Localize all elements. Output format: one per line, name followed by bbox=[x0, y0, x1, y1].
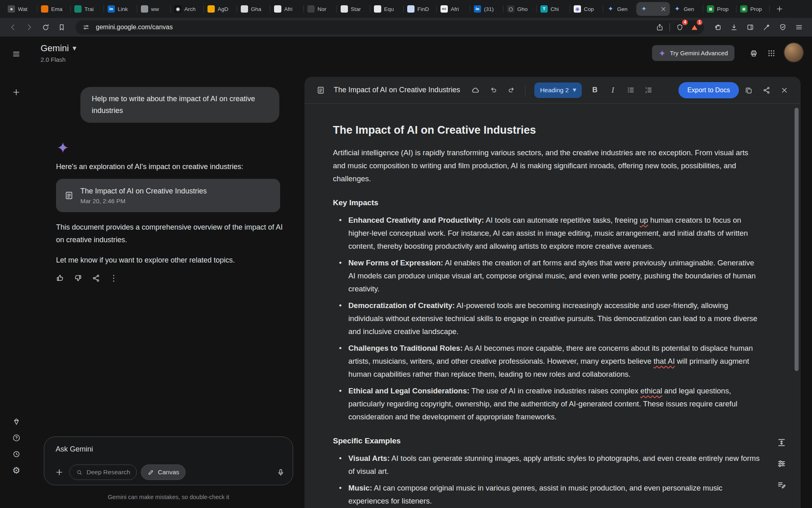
bulleted-list-icon bbox=[626, 86, 635, 94]
microphone-button[interactable] bbox=[275, 467, 286, 478]
doc-text-segment: New Forms of Expression: bbox=[348, 258, 443, 267]
canvas-chip[interactable]: Canvas bbox=[141, 465, 186, 480]
ai-tools-button[interactable] bbox=[760, 21, 773, 34]
undo-button[interactable] bbox=[485, 82, 501, 98]
privacy-shield-button[interactable] bbox=[776, 21, 789, 34]
export-to-docs-button[interactable]: Export to Docs bbox=[678, 82, 739, 98]
numbered-list-button[interactable]: 12 bbox=[640, 82, 657, 98]
ask-gemini-input[interactable]: Ask Gemini Deep Research Canvas bbox=[44, 436, 293, 485]
bulleted-list-button[interactable] bbox=[622, 82, 639, 98]
deep-research-chip[interactable]: Deep Research bbox=[69, 465, 137, 480]
try-gemini-advanced-button[interactable]: Try Gemini Advanced bbox=[652, 45, 734, 61]
share-response-button[interactable] bbox=[90, 272, 102, 284]
tab-label: Ema bbox=[51, 6, 67, 12]
gemini-response-sparkle-icon bbox=[57, 141, 69, 154]
browser-tab[interactable]: Ema bbox=[37, 2, 71, 16]
share-canvas-button[interactable] bbox=[758, 82, 775, 98]
browser-tab[interactable]: Star bbox=[337, 2, 370, 16]
reload-button[interactable] bbox=[39, 21, 52, 34]
doc-bullet-list: Visual Arts: AI tools can generate stunn… bbox=[333, 452, 760, 508]
account-avatar[interactable] bbox=[784, 43, 803, 62]
side-panel-button[interactable] bbox=[744, 21, 757, 34]
url-text[interactable]: gemini.google.com/canvas bbox=[96, 24, 650, 31]
site-controls-icon[interactable] bbox=[81, 22, 91, 32]
browser-tab[interactable]: ▦Prop bbox=[736, 2, 770, 16]
shield-badge: 4 bbox=[682, 20, 688, 25]
bold-button[interactable]: B bbox=[587, 82, 603, 98]
bookmark-button[interactable] bbox=[55, 21, 68, 34]
browser-tab[interactable]: Equ bbox=[370, 2, 404, 16]
downloads-button[interactable] bbox=[728, 21, 741, 34]
download-icon bbox=[730, 23, 738, 31]
extensions-button[interactable] bbox=[711, 21, 724, 34]
thumbs-down-button[interactable] bbox=[72, 272, 84, 284]
help-button[interactable] bbox=[10, 432, 22, 444]
share-nodes-icon bbox=[762, 86, 771, 94]
browser-tab[interactable]: Gha bbox=[237, 2, 270, 16]
tab-favicon: ○ bbox=[507, 5, 514, 13]
new-chat-button[interactable] bbox=[10, 86, 22, 98]
edit-note-button[interactable] bbox=[775, 479, 788, 491]
browser-tab[interactable]: inLink bbox=[104, 2, 137, 16]
browser-tab[interactable]: ▦Prop bbox=[703, 2, 736, 16]
settings-button[interactable]: ⚙ bbox=[10, 464, 22, 476]
gem-icon bbox=[12, 417, 21, 426]
browser-tab[interactable]: ○Gho bbox=[503, 2, 537, 16]
document-editor[interactable]: The Impact of AI on Creative Industries … bbox=[304, 104, 801, 508]
browser-menu-button[interactable] bbox=[793, 21, 806, 34]
share-page-button[interactable] bbox=[655, 22, 665, 32]
save-status-button[interactable] bbox=[467, 82, 484, 98]
doc-text-segment: Ethical and Legal Considerations: bbox=[348, 386, 469, 395]
paragraph-style-dropdown[interactable]: Heading 2 ▼ bbox=[534, 82, 582, 98]
close-canvas-button[interactable] bbox=[776, 82, 793, 98]
browser-tab[interactable]: AgD bbox=[204, 2, 237, 16]
browser-tab[interactable]: in(31) bbox=[470, 2, 503, 16]
forward-button[interactable] bbox=[23, 21, 36, 34]
url-bar[interactable]: gemini.google.com/canvas 4 1 bbox=[76, 20, 704, 35]
browser-tab[interactable]: ICCAfri bbox=[437, 2, 470, 16]
main-menu-button[interactable] bbox=[10, 48, 22, 60]
browser-tab[interactable]: Trai bbox=[71, 2, 104, 16]
print-button[interactable] bbox=[747, 47, 760, 59]
copy-button[interactable] bbox=[741, 82, 757, 98]
document-card[interactable]: The Impact of AI on Creative Industries … bbox=[56, 179, 280, 212]
redo-button[interactable] bbox=[503, 82, 519, 98]
canvas-scrollbar[interactable] bbox=[795, 108, 799, 371]
app-title-menu[interactable]: Gemini ▼ bbox=[41, 43, 76, 54]
browser-tab[interactable]: Afri bbox=[270, 2, 304, 16]
browser-tab[interactable]: ✦Gen bbox=[670, 2, 703, 16]
more-options-button[interactable]: ⋮ bbox=[108, 272, 119, 284]
browser-tab[interactable]: ww bbox=[137, 2, 171, 16]
tab-label: Arch bbox=[184, 6, 200, 12]
back-button[interactable] bbox=[6, 21, 19, 34]
tab-favicon bbox=[407, 5, 415, 13]
attach-button[interactable] bbox=[53, 466, 65, 478]
browser-tab[interactable]: ◉Arch bbox=[171, 2, 204, 16]
shield-extension-button[interactable]: 4 bbox=[675, 22, 685, 32]
tune-button[interactable] bbox=[775, 458, 788, 470]
new-tab-button[interactable] bbox=[773, 2, 786, 15]
thumbs-up-button[interactable] bbox=[54, 272, 66, 284]
google-apps-button[interactable] bbox=[765, 47, 777, 59]
gems-button[interactable] bbox=[10, 415, 22, 428]
browser-tab-active[interactable]: ✦× bbox=[637, 2, 670, 16]
history-clock-icon bbox=[12, 450, 21, 458]
side-panel-icon bbox=[746, 23, 754, 31]
browser-tab[interactable]: ◉Cop bbox=[570, 2, 603, 16]
italic-button[interactable]: I bbox=[605, 82, 621, 98]
history-button[interactable] bbox=[10, 448, 22, 460]
tabs-container: aWatEmaTraiinLinkww◉ArchAgDGhaAfriNorSta… bbox=[4, 2, 770, 16]
alert-extension-button[interactable]: 1 bbox=[689, 22, 699, 32]
browser-tab[interactable]: aWat bbox=[4, 2, 37, 16]
browser-tab[interactable]: TChi bbox=[537, 2, 570, 16]
tab-close-icon[interactable]: × bbox=[661, 6, 666, 13]
tab-label: Star bbox=[351, 6, 367, 12]
browser-tab[interactable]: ✦Gen bbox=[603, 2, 637, 16]
browser-tab[interactable]: Nor bbox=[304, 2, 337, 16]
fit-height-button[interactable] bbox=[775, 436, 788, 449]
input-placeholder: Ask Gemini bbox=[56, 445, 93, 454]
doc-text-segment: Music: bbox=[348, 484, 372, 492]
tab-label: Afri bbox=[451, 6, 466, 12]
browser-tab[interactable]: FinD bbox=[404, 2, 437, 16]
input-toolbar: Deep Research Canvas bbox=[50, 465, 286, 480]
